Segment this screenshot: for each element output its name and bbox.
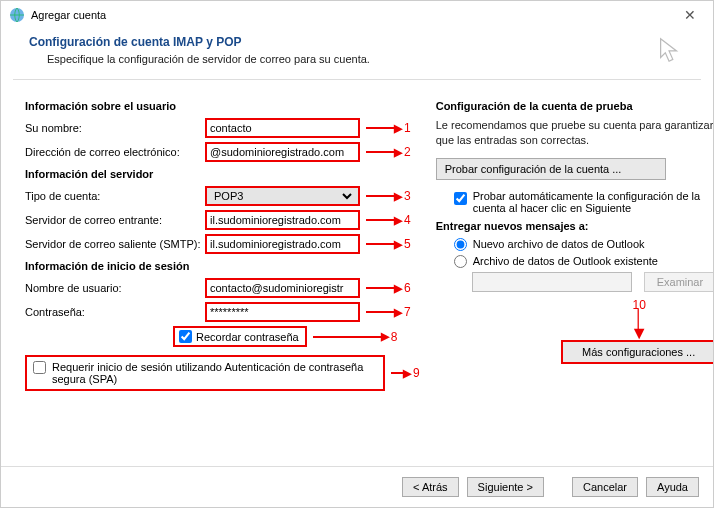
annot-3: 3 [404,189,411,203]
annot-10-wrap: 10 │▼ [562,298,714,341]
username-label: Nombre de usuario: [25,282,205,294]
radio-new-file[interactable] [454,238,467,251]
name-label: Su nombre: [25,122,205,134]
password-label: Contraseña: [25,306,205,318]
spa-label: Requerir inicio de sesión utilizando Aut… [52,361,377,385]
header-subtitle: Especifique la configuración de servidor… [47,53,370,65]
annot-4: 4 [404,213,411,227]
email-input[interactable] [210,146,355,158]
radio-existing-file[interactable] [454,255,467,268]
right-column: Configuración de la cuenta de prueba Le … [436,94,714,395]
browse-button: Examinar [644,272,714,292]
remember-password-checkbox[interactable] [179,330,192,343]
annot-5: 5 [404,237,411,251]
cancel-button[interactable]: Cancelar [572,477,638,497]
arrow-icon: ▶ [391,367,411,380]
section-user-info: Información sobre el usuario [25,100,420,112]
annot-9: 9 [413,366,420,380]
annot-1: 1 [404,121,411,135]
annot-8: 8 [391,330,398,344]
back-button[interactable]: < Atrás [402,477,459,497]
section-login-info: Información de inicio de sesión [25,260,420,272]
incoming-field[interactable] [205,210,360,230]
email-label: Dirección de correo electrónico: [25,146,205,158]
test-config-button[interactable]: Probar configuración de la cuenta ... [436,158,666,180]
arrow-icon: ▶ [366,122,402,135]
username-field[interactable] [205,278,360,298]
account-type-label: Tipo de cuenta: [25,190,205,202]
auto-test-checkbox[interactable] [454,192,467,205]
cursor-icon [655,35,685,65]
spa-checkbox[interactable] [33,361,46,374]
outgoing-input[interactable] [210,238,355,250]
left-column: Información sobre el usuario Su nombre: … [25,94,420,395]
window-title: Agregar cuenta [31,9,106,21]
section-deliver: Entregar nuevos mensajes a: [436,220,714,232]
annot-7: 7 [404,305,411,319]
arrow-icon: ▶ [366,282,402,295]
radio-existing-label: Archivo de datos de Outlook existente [473,255,658,267]
account-type-field[interactable]: POP3 [205,186,360,206]
outgoing-label: Servidor de correo saliente (SMTP): [25,238,205,250]
dialog-footer: < Atrás Siguiente > Cancelar Ayuda [1,466,713,507]
arrow-icon: ▶ [366,238,402,251]
arrow-icon: ▶ [366,214,402,227]
more-settings-button[interactable]: Más configuraciones ... [561,340,714,364]
annot-6: 6 [404,281,411,295]
password-field[interactable] [205,302,360,322]
arrow-down-icon: │▼ [562,312,714,341]
existing-path-input [472,272,632,292]
password-input[interactable] [210,306,355,318]
arrow-icon: ▶ [366,306,402,319]
remember-password-label: Recordar contraseña [196,331,299,343]
spa-wrap: Requerir inicio de sesión utilizando Aut… [25,355,385,391]
name-input[interactable] [210,122,355,134]
close-icon[interactable]: ✕ [675,7,705,23]
arrow-icon: ▶ [366,146,402,159]
account-type-select[interactable]: POP3 [210,189,355,203]
titlebar: Agregar cuenta ✕ [1,1,713,29]
next-button[interactable]: Siguiente > [467,477,544,497]
test-note: Le recomendamos que pruebe su cuenta par… [436,118,714,148]
arrow-icon: ▶ [366,190,402,203]
auto-test-label: Probar automáticamente la configuración … [473,190,714,214]
email-field[interactable] [205,142,360,162]
dialog-header: Configuración de cuenta IMAP y POP Espec… [1,29,713,79]
section-test: Configuración de la cuenta de prueba [436,100,714,112]
outgoing-field[interactable] [205,234,360,254]
incoming-label: Servidor de correo entrante: [25,214,205,226]
globe-icon [9,7,25,23]
incoming-input[interactable] [210,214,355,226]
annot-2: 2 [404,145,411,159]
section-server-info: Información del servidor [25,168,420,180]
remember-password-wrap: Recordar contraseña [173,326,307,347]
arrow-icon: ▶ [313,330,389,343]
radio-new-label: Nuevo archivo de datos de Outlook [473,238,645,250]
header-title: Configuración de cuenta IMAP y POP [29,35,370,49]
name-field[interactable] [205,118,360,138]
help-button[interactable]: Ayuda [646,477,699,497]
username-input[interactable] [210,282,355,294]
